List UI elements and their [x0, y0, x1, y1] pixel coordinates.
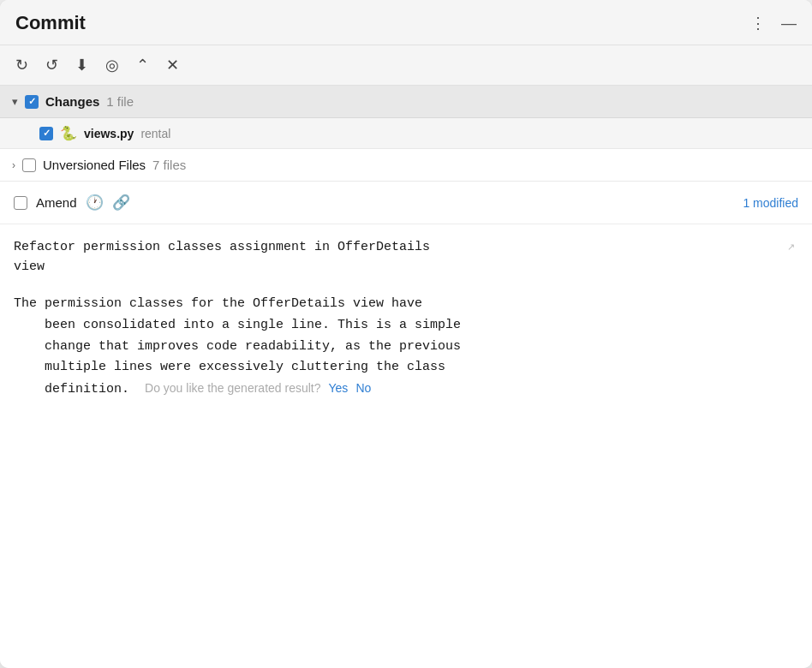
amend-checkbox[interactable] [14, 196, 27, 210]
content-area: ▾ Changes 1 file 🐍 views.py rental › Unv… [0, 86, 812, 668]
more-options-icon[interactable]: ⋮ [750, 14, 766, 33]
refresh-icon[interactable]: ↻ [15, 56, 28, 75]
undo-icon[interactable]: ↺ [45, 56, 58, 75]
changes-chevron-icon[interactable]: ▾ [12, 95, 18, 108]
eye-icon[interactable]: ◎ [105, 56, 119, 75]
changes-label: Changes [45, 94, 99, 109]
changes-checkbox[interactable] [25, 95, 39, 109]
titlebar: Commit ⋮ — [0, 0, 812, 45]
ai-no-link[interactable]: No [355, 381, 371, 395]
file-row[interactable]: 🐍 views.py rental [0, 118, 812, 149]
amend-label: Amend [36, 195, 77, 210]
clock-icon[interactable]: 🕐 [86, 194, 104, 212]
window-title: Commit [15, 12, 86, 34]
commit-window: Commit ⋮ — ↻ ↺ ⬇ ◎ ⌃ ✕ ▾ Changes 1 file … [0, 0, 812, 668]
resize-handle-icon: ↗ [787, 242, 795, 253]
unversioned-file-count: 7 files [152, 158, 186, 172]
toolbar: ↻ ↺ ⬇ ◎ ⌃ ✕ [0, 45, 812, 86]
unversioned-label: Unversioned Files [43, 158, 146, 172]
link-icon[interactable]: 🔗 [112, 194, 130, 212]
expand-collapse-icon[interactable]: ⌃ [136, 56, 149, 75]
unversioned-checkbox[interactable] [22, 158, 36, 172]
file-path: rental [140, 127, 170, 140]
ai-yes-link[interactable]: Yes [329, 381, 349, 395]
unversioned-section-row[interactable]: › Unversioned Files 7 files [0, 149, 812, 182]
python-icon: 🐍 [60, 125, 77, 141]
unversioned-expand-icon[interactable]: › [12, 159, 15, 171]
amend-row: Amend 🕐 🔗 1 modified [0, 182, 812, 224]
close-icon[interactable]: ✕ [166, 56, 179, 75]
subject-wrapper: Refactor permission classes assignment i… [14, 238, 798, 280]
commit-body-text: The permission classes for the OfferDeta… [14, 294, 798, 401]
minimize-icon[interactable]: — [781, 15, 797, 33]
titlebar-actions: ⋮ — [750, 14, 797, 33]
modified-badge: 1 modified [743, 196, 798, 210]
commit-subject-input[interactable]: Refactor permission classes assignment i… [14, 238, 798, 277]
download-icon[interactable]: ⬇ [75, 56, 88, 75]
changes-file-count: 1 file [106, 94, 134, 109]
file-name: views.py [84, 127, 134, 140]
ai-suggestion: Do you like the generated result? Yes No [137, 382, 371, 397]
changes-section-header: ▾ Changes 1 file [0, 86, 812, 118]
ai-prompt-text: Do you like the generated result? [145, 381, 320, 395]
commit-message-area: Refactor permission classes assignment i… [0, 224, 812, 401]
file-checkbox[interactable] [39, 127, 53, 140]
